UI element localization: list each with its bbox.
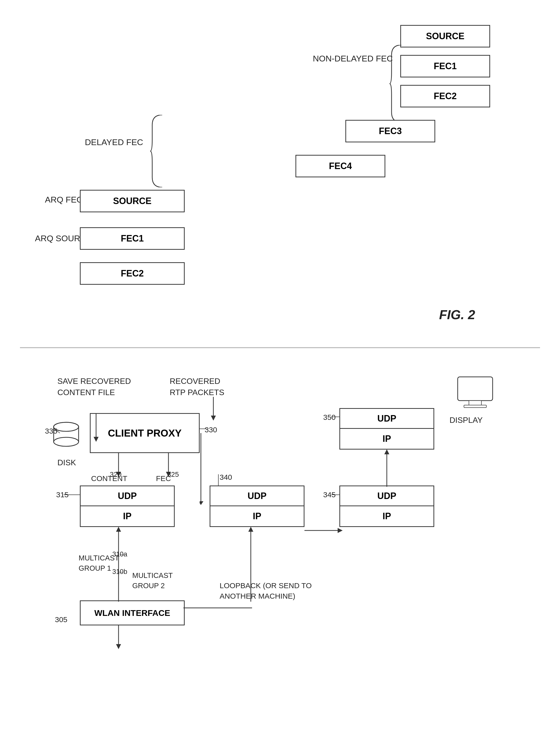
svg-rect-2 (464, 405, 486, 408)
disk-icon (53, 421, 80, 450)
save-recovered-label: SAVE RECOVEREDCONTENT FILE (57, 375, 131, 398)
recovered-rtp-label: RECOVEREDRTP PACKETS (170, 375, 224, 398)
fec1-arq-box: FEC1 (80, 227, 185, 250)
disk-label: DISK (57, 458, 76, 467)
udp-ip-block-display: UDP IP (339, 408, 434, 449)
fig2-diagram: SOURCE FEC1 FEC2 NON-DELAYED FEC FEC3 FE… (20, 15, 540, 327)
udp-ip-block-right: UDP IP (339, 485, 434, 527)
non-delayed-brace (389, 45, 404, 122)
arrow-save-down (92, 413, 100, 443)
ref-340-line (215, 474, 222, 487)
ip-middle: IP (211, 506, 304, 526)
fec2-arq-box: FEC2 (80, 262, 185, 285)
svg-marker-32 (94, 437, 99, 442)
ref-345-dash (332, 492, 341, 497)
ref-325: 325 (167, 470, 179, 479)
wlan-middle-line (183, 602, 253, 614)
content-label: CONTENT (91, 474, 127, 483)
udp-display: UDP (340, 409, 434, 429)
udp-right: UDP (340, 486, 434, 506)
multicast-group2-label: MULTICASTGROUP 2 (132, 571, 173, 591)
fec3-box-fig2: FEC3 (345, 120, 435, 142)
ref-305: 305 (55, 615, 67, 624)
section-divider (20, 347, 540, 348)
loopback-label: LOOPBACK (OR SEND TOANOTHER MACHINE) (220, 580, 312, 601)
arrow-wlan-input (115, 625, 122, 650)
loopback-arrow (304, 527, 344, 534)
source-arq-box: SOURCE (80, 190, 185, 212)
fec2-box-fig2: FEC2 (400, 85, 490, 108)
ref-350-dash (332, 414, 341, 419)
display-label: DISPLAY (449, 416, 483, 425)
udp-left: UDP (81, 486, 174, 506)
ip-right: IP (340, 506, 434, 526)
svg-rect-0 (458, 377, 493, 401)
svg-marker-21 (116, 527, 121, 532)
udp-ip-block-middle: UDP IP (209, 485, 304, 527)
ref-310b-line (118, 569, 124, 575)
fig2-title: FIG. 2 (439, 307, 475, 322)
svg-marker-17 (384, 449, 389, 454)
fec4-box-fig2: FEC4 (296, 155, 385, 177)
svg-marker-27 (248, 527, 253, 532)
svg-point-5 (54, 437, 79, 446)
svg-marker-23 (116, 644, 121, 649)
ref-310a-line (120, 552, 126, 558)
svg-rect-1 (469, 401, 481, 405)
arrow-proxy-to-middle (200, 430, 215, 505)
delayed-brace (150, 115, 165, 187)
arq-fec-label: ARQ FEC (45, 195, 83, 205)
ip-left: IP (81, 506, 174, 526)
monitor-icon (455, 375, 495, 411)
udp-middle: UDP (211, 486, 304, 506)
source-box-fig2: SOURCE (400, 25, 490, 47)
svg-marker-34 (211, 416, 216, 421)
fec1-box-fig2: FEC1 (400, 55, 490, 77)
ip-display: IP (340, 429, 434, 449)
udp-ip-block-left: UDP IP (80, 485, 175, 527)
arrow-recovered-down (209, 397, 217, 422)
fig3-diagram: SAVE RECOVEREDCONTENT FILE RECOVEREDRTP … (20, 363, 540, 753)
ref-320: 320 (110, 470, 122, 479)
arrow-up-display (383, 448, 391, 487)
ref-335-arrow (54, 428, 61, 436)
ref-315-dash (64, 492, 81, 497)
svg-marker-19 (200, 501, 203, 505)
client-proxy-box: CLIENT PROXY (90, 413, 200, 453)
wlan-interface-box: WLAN INTERFACE (80, 600, 185, 625)
svg-marker-30 (338, 528, 343, 533)
delayed-fec-label: DELAYED FEC (85, 137, 143, 147)
non-delayed-fec-label: NON-DELAYED FEC (313, 54, 393, 63)
